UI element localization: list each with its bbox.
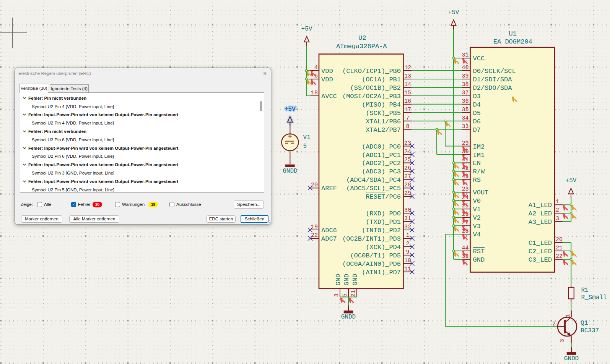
svg-text:26: 26 [404, 165, 411, 171]
svg-text:VDD: VDD [321, 76, 333, 83]
svg-text:EN: EN [473, 160, 481, 167]
svg-text:9: 9 [406, 249, 409, 256]
svg-text:13: 13 [404, 73, 411, 79]
svg-text:16: 16 [404, 98, 411, 105]
svg-text:2: 2 [552, 321, 556, 327]
svg-text:27: 27 [404, 173, 411, 180]
svg-text:R_Small: R_Small [581, 294, 607, 301]
svg-text:25: 25 [404, 157, 411, 163]
svg-text:V1: V1 [473, 206, 481, 213]
svg-text:+5V: +5V [285, 106, 296, 113]
svg-text:D0/SCLK/SCL: D0/SCLK/SCL [473, 68, 516, 75]
svg-text:1: 1 [556, 199, 559, 205]
svg-text:D3: D3 [473, 93, 481, 100]
svg-text:XTAL1/PB6: XTAL1/PB6 [366, 118, 401, 125]
svg-text:22: 22 [311, 232, 318, 239]
svg-text:GNDD: GNDD [283, 168, 297, 175]
svg-text:37: 37 [462, 90, 468, 96]
svg-text:V2: V2 [473, 214, 481, 222]
svg-text:D7: D7 [473, 126, 481, 134]
svg-text:10: 10 [404, 257, 411, 264]
svg-text:32: 32 [404, 224, 411, 230]
svg-text:D6: D6 [473, 118, 481, 125]
svg-text:12: 12 [404, 65, 411, 71]
svg-text:ADC7: ADC7 [321, 235, 337, 243]
svg-text:(INT0)_PD2: (INT0)_PD2 [362, 227, 401, 234]
svg-text:Q1: Q1 [581, 320, 588, 327]
svg-text:+5V: +5V [448, 9, 459, 16]
svg-text:5: 5 [303, 143, 307, 150]
svg-text:GND: GND [473, 256, 485, 264]
svg-text:23: 23 [404, 140, 411, 147]
svg-text:3: 3 [333, 293, 340, 297]
svg-text:28: 28 [404, 182, 411, 188]
svg-text:6: 6 [314, 73, 318, 79]
svg-text:(ADC1)_PC1: (ADC1)_PC1 [362, 152, 401, 159]
svg-text:D5: D5 [473, 110, 481, 117]
svg-text:29: 29 [462, 140, 468, 147]
svg-text:22: 22 [556, 253, 563, 260]
svg-text:20: 20 [556, 236, 563, 243]
svg-text:7: 7 [406, 115, 409, 121]
svg-text:11: 11 [404, 266, 411, 272]
svg-text:V3: V3 [473, 223, 481, 230]
svg-text:29: 29 [404, 190, 411, 197]
svg-text:44: 44 [462, 245, 468, 251]
svg-text:20: 20 [311, 182, 318, 188]
svg-text:+5V: +5V [301, 26, 312, 32]
svg-text:14: 14 [404, 81, 411, 88]
svg-text:40: 40 [462, 65, 468, 71]
svg-text:A1_LED: A1_LED [529, 202, 552, 209]
svg-text:19: 19 [311, 224, 318, 230]
svg-text:(OC0A/AIN0)_PD6: (OC0A/AIN0)_PD6 [342, 260, 401, 268]
svg-text:C1_LED: C1_LED [529, 239, 552, 247]
svg-text:R/W: R/W [473, 168, 485, 175]
svg-text:31: 31 [462, 52, 468, 58]
svg-text:D2/SDO/SDA: D2/SDO/SDA [473, 84, 512, 92]
svg-text:AVCC: AVCC [321, 93, 337, 100]
svg-text:ATmega328PA-A: ATmega328PA-A [336, 43, 387, 50]
svg-text:EA_DOGM204: EA_DOGM204 [493, 38, 532, 45]
svg-text:15: 15 [404, 90, 411, 96]
svg-text:(AIN1)_PD7: (AIN1)_PD7 [362, 269, 401, 276]
svg-text:36: 36 [462, 98, 468, 105]
svg-text:(ADC2)_PC2: (ADC2)_PC2 [362, 160, 401, 167]
svg-text:D1/SDI/SDA: D1/SDI/SDA [473, 76, 512, 83]
svg-text:33: 33 [462, 123, 468, 130]
svg-text:C2_LED: C2_LED [529, 248, 552, 255]
svg-text:(SCK)_PB5: (SCK)_PB5 [366, 110, 401, 117]
svg-text:3: 3 [559, 339, 566, 342]
svg-text:GND: GND [351, 274, 359, 286]
svg-text:V1: V1 [303, 134, 311, 141]
svg-text:V4: V4 [473, 231, 481, 238]
svg-text:C3_LED: C3_LED [529, 256, 552, 264]
svg-text:GNDD: GNDD [564, 355, 579, 362]
svg-text:5: 5 [342, 293, 348, 297]
svg-text:24: 24 [404, 149, 411, 155]
svg-text:38: 38 [462, 81, 468, 88]
svg-text:4: 4 [314, 65, 318, 71]
svg-text:ADC6: ADC6 [321, 227, 337, 234]
svg-text:31: 31 [404, 215, 411, 222]
svg-text:D4: D4 [473, 101, 481, 108]
svg-text:R1: R1 [581, 287, 588, 294]
svg-text:GNDD: GNDD [341, 314, 356, 320]
svg-text:RST: RST [473, 248, 485, 255]
svg-text:GND: GND [343, 274, 350, 286]
svg-text:30: 30 [404, 207, 411, 214]
svg-text:35: 35 [462, 107, 468, 113]
svg-text:(CLKO/ICP1)_PB0: (CLKO/ICP1)_PB0 [342, 68, 401, 75]
svg-text:8: 8 [406, 123, 409, 130]
svg-text:(SS/OC1B)_PB2: (SS/OC1B)_PB2 [350, 84, 401, 92]
svg-text:GND: GND [335, 274, 342, 286]
svg-text:23: 23 [462, 186, 468, 193]
svg-text:2: 2 [556, 207, 559, 214]
svg-text:AREF: AREF [321, 185, 337, 192]
svg-text:U1: U1 [509, 30, 517, 37]
svg-text:(OC0B/T1)_PD5: (OC0B/T1)_PD5 [350, 252, 401, 259]
svg-text:U2: U2 [358, 34, 366, 42]
svg-text:39: 39 [462, 73, 468, 79]
svg-text:3: 3 [556, 215, 559, 222]
svg-text:BC337: BC337 [581, 327, 599, 334]
svg-text:XTAL2/PB7: XTAL2/PB7 [366, 126, 401, 134]
